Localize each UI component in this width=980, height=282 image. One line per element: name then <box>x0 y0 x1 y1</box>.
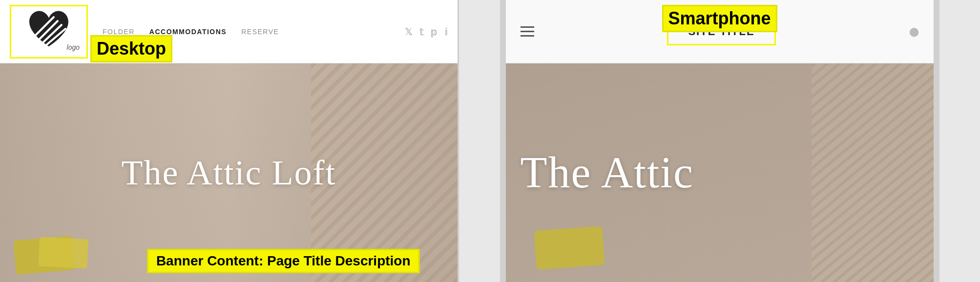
banner-cushion-decoration-2 <box>38 237 88 268</box>
logo-icon <box>24 7 73 56</box>
desktop-label: Desktop <box>90 35 172 62</box>
hamburger-line-2 <box>521 31 534 32</box>
twitter-icon[interactable]: 𝕏 <box>405 26 413 38</box>
smartphone-section: Smartphone SITE TITLE ⬤ The At <box>459 0 980 282</box>
desktop-social: 𝕏 𝕥 𝕡 𝕚 <box>405 26 448 38</box>
smartphone-social: ⬤ <box>909 26 919 37</box>
smartphone-label: Smartphone <box>662 5 777 32</box>
hamburger-line-3 <box>521 35 534 37</box>
smartphone-banner: The Attic <box>506 63 934 282</box>
logo-text: logo <box>67 43 80 51</box>
desktop-section: Desktop logo FOLDER ACCOMMODATIONS RESER… <box>0 0 459 282</box>
pinterest-icon[interactable]: 𝕡 <box>431 26 438 38</box>
bottom-label: Banner Content: Page Title Description <box>147 249 420 273</box>
hamburger-menu[interactable] <box>521 26 534 37</box>
desktop-logo: logo <box>10 5 88 59</box>
nav-item-reserve[interactable]: RESERVE <box>241 28 279 36</box>
nav-item-folder[interactable]: FOLDER <box>103 28 135 36</box>
sm-twitter-icon: ⬤ <box>909 26 919 37</box>
desktop-banner-title: The Attic Loft <box>122 153 336 193</box>
smartphone-banner-slats <box>812 63 934 282</box>
instagram-icon[interactable]: 𝕚 <box>444 26 448 38</box>
nav-item-accommodations[interactable]: ACCOMMODATIONS <box>149 28 227 36</box>
desktop-header: logo FOLDER ACCOMMODATIONS RESERVE 𝕏 𝕥 𝕡… <box>0 0 458 63</box>
hamburger-line-1 <box>521 26 534 28</box>
tumblr-icon[interactable]: 𝕥 <box>419 26 424 38</box>
smartphone-banner-title: The Attic <box>521 151 694 195</box>
smartphone-frame: SITE TITLE ⬤ The Attic <box>500 0 939 282</box>
smartphone-banner-cushion <box>534 226 605 270</box>
desktop-nav: FOLDER ACCOMMODATIONS RESERVE <box>88 28 405 36</box>
